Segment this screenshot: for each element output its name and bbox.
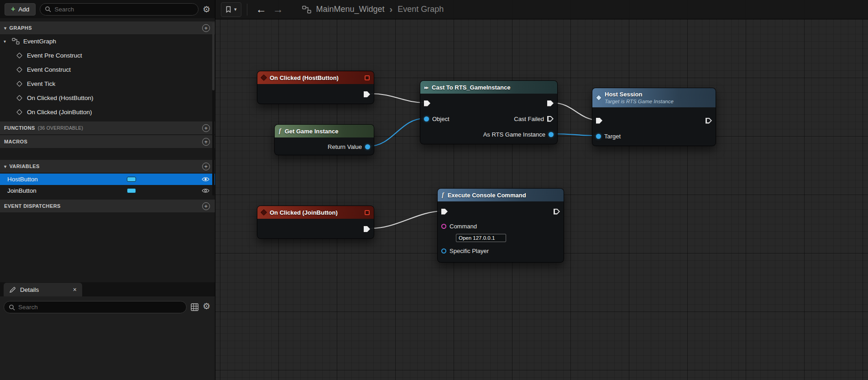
graphs-header-label: GRAPHS	[9, 25, 31, 31]
exec-output-pin[interactable]	[554, 209, 560, 215]
eventgraph-icon	[12, 38, 20, 45]
function-icon: f	[279, 127, 281, 135]
node-title: On Clicked (JoinButton)	[270, 209, 338, 216]
exec-input-pin[interactable]	[596, 118, 602, 124]
delegate-pin[interactable]	[365, 210, 370, 215]
function-icon: f	[442, 191, 444, 199]
sidebar-item-onclicked-hostbutton[interactable]: On Clicked (HostButton)	[0, 91, 215, 105]
variable-row-joinbutton[interactable]: JoinButton	[0, 185, 215, 196]
property-matrix-icon[interactable]	[191, 303, 199, 311]
plus-icon: +	[11, 5, 15, 13]
expand-arrow-icon[interactable]: ▾	[4, 39, 8, 44]
event-label: On Clicked (HostButton)	[27, 95, 94, 101]
event-graph-canvas[interactable]: ▾ ← → MainMenu_Widget › Event Graph	[215, 0, 868, 380]
details-search[interactable]	[4, 301, 187, 313]
node-header[interactable]: f Execute Console Command	[438, 189, 564, 201]
target-input-pin[interactable]	[596, 134, 601, 139]
exec-output-pin[interactable]	[364, 226, 370, 232]
node-execute-console-command[interactable]: f Execute Console Command Command Specif	[437, 188, 564, 263]
variable-name: JoinButton	[7, 187, 37, 194]
graphs-section-header[interactable]: ▾ GRAPHS +	[0, 21, 215, 34]
as-rts-game-instance-label: As RTS Game Instance	[483, 131, 545, 138]
node-onclicked-hostbutton[interactable]: On Clicked (HostButton)	[257, 71, 374, 104]
event-diamond-icon	[16, 109, 22, 115]
details-tab-label: Details	[20, 286, 39, 293]
command-input-pin[interactable]	[441, 224, 446, 229]
exec-output-pin[interactable]	[706, 118, 712, 124]
details-settings-gear-icon[interactable]: ⚙	[203, 302, 210, 311]
wire-exec-joinclicked-to-command	[371, 211, 444, 228]
event-dispatchers-section-header[interactable]: EVENT DISPATCHERS +	[0, 200, 215, 212]
specific-player-input-pin[interactable]	[441, 248, 446, 253]
details-tab-strip: Details ×	[0, 282, 215, 296]
delegate-pin[interactable]	[365, 75, 370, 80]
exec-output-pin[interactable]	[364, 91, 370, 97]
node-cast-to-rts-gameinstance[interactable]: ▸▸ Cast To RTS_GameInstance Object Cast …	[420, 80, 558, 144]
as-rts-game-instance-pin[interactable]	[549, 132, 554, 137]
eventgraph-label: EventGraph	[23, 38, 56, 45]
command-label: Command	[450, 223, 477, 230]
add-variable-button[interactable]: +	[202, 163, 210, 170]
bookmarks-dropdown[interactable]: ▾	[221, 2, 241, 17]
search-icon	[45, 6, 51, 12]
navigate-forward-button[interactable]: →	[270, 4, 287, 15]
breadcrumb-root[interactable]: MainMenu_Widget	[316, 5, 385, 14]
sidebar-item-onclicked-joinbutton[interactable]: On Clicked (JoinButton)	[0, 105, 215, 119]
node-host-session[interactable]: Host Session Target is RTS Game Instance…	[592, 88, 716, 146]
details-search-input[interactable]	[18, 304, 182, 311]
blueprint-editor: + Add ⚙ ▾ GRAPHS + ▾ EventGraph	[0, 0, 868, 380]
add-graph-button[interactable]: +	[202, 24, 210, 32]
tab-details[interactable]: Details ×	[4, 283, 82, 296]
variable-type-pill[interactable]	[127, 177, 136, 182]
variable-row-hostbutton[interactable]: HostButton	[0, 174, 215, 185]
functions-section-header[interactable]: FUNCTIONS (36 OVERRIDABLE) +	[0, 121, 215, 134]
macros-section-header[interactable]: MACROS +	[0, 135, 215, 148]
visibility-eye-icon[interactable]	[202, 188, 209, 194]
add-macro-button[interactable]: +	[202, 138, 210, 146]
macros-header-label: MACROS	[4, 139, 27, 144]
section-expand-icon[interactable]: ▾	[4, 164, 6, 169]
exec-output-pin[interactable]	[547, 100, 554, 106]
node-header[interactable]: On Clicked (HostButton)	[257, 71, 374, 84]
details-panel-body: ⚙	[0, 296, 215, 380]
cast-failed-label: Cast Failed	[514, 116, 544, 122]
navigate-back-button[interactable]: ←	[253, 4, 270, 15]
return-value-pin[interactable]	[365, 144, 370, 149]
sidebar-item-event-pre-construct[interactable]: Event Pre Construct	[0, 48, 215, 63]
cast-failed-exec-pin[interactable]	[547, 116, 554, 122]
command-value-field[interactable]	[456, 234, 506, 242]
section-expand-icon[interactable]: ▾	[4, 26, 6, 31]
add-function-button[interactable]: +	[202, 124, 210, 132]
variables-section-header[interactable]: ▾ VARIABLES +	[0, 160, 215, 173]
panel-settings-gear-icon[interactable]: ⚙	[203, 5, 210, 14]
event-label: Event Pre Construct	[27, 52, 82, 59]
sidebar-item-event-construct[interactable]: Event Construct	[0, 63, 215, 77]
event-label: Event Construct	[27, 66, 71, 73]
sidebar-item-eventgraph[interactable]: ▾ EventGraph	[0, 34, 215, 48]
node-get-game-instance[interactable]: f Get Game Instance Return Value	[274, 124, 374, 155]
sidebar-item-event-tick[interactable]: Event Tick	[0, 77, 215, 91]
blueprint-search-input[interactable]	[54, 6, 193, 13]
variable-type-pill[interactable]	[127, 188, 136, 193]
dispatchers-header-label: EVENT DISPATCHERS	[4, 203, 61, 209]
blueprint-search[interactable]	[40, 3, 199, 16]
node-onclicked-joinbutton[interactable]: On Clicked (JoinButton)	[257, 206, 374, 239]
event-label: On Clicked (JoinButton)	[27, 109, 92, 116]
visibility-eye-icon[interactable]	[202, 176, 209, 182]
graph-icon	[302, 5, 311, 14]
add-button[interactable]: + Add	[5, 3, 36, 16]
wire-object-gameinstance-to-cast	[369, 118, 425, 146]
node-header[interactable]: Host Session Target is RTS Game Instance	[592, 88, 716, 107]
target-label: Target	[604, 133, 621, 140]
exec-input-pin[interactable]	[441, 209, 448, 215]
sidebar-scrollbar[interactable]	[212, 22, 214, 195]
close-icon[interactable]: ×	[73, 286, 77, 293]
node-header[interactable]: ▸▸ Cast To RTS_GameInstance	[420, 81, 557, 94]
node-header[interactable]: On Clicked (JoinButton)	[257, 206, 374, 219]
object-input-pin[interactable]	[424, 116, 429, 121]
exec-input-pin[interactable]	[424, 100, 430, 106]
wire-exec-hostclicked-to-cast	[371, 94, 425, 103]
add-dispatcher-button[interactable]: +	[202, 202, 210, 210]
node-header[interactable]: f Get Game Instance	[275, 125, 374, 137]
function-icon	[596, 95, 602, 101]
